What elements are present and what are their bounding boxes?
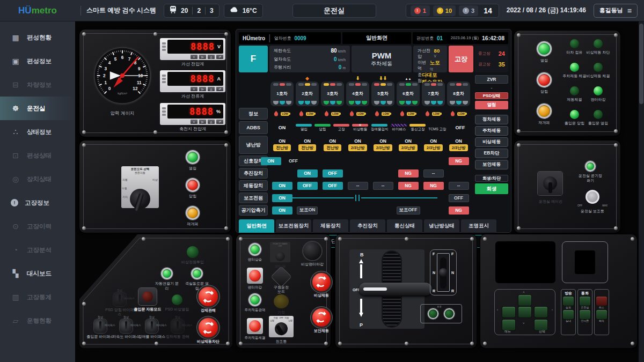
hvac-mode[interactable]: 2/3난방	[424, 144, 443, 151]
hamburger-icon[interactable]: ≡	[627, 6, 632, 15]
sidebar-item-0[interactable]: ▦편성현황	[0, 26, 75, 49]
emergency-brake-cut-estop[interactable]: 비상제동차단	[192, 318, 225, 344]
select-button[interactable]	[535, 320, 547, 330]
right-button-0[interactable]: 정차제동	[475, 115, 508, 124]
dpad-up-button[interactable]	[518, 295, 531, 306]
mode-knob[interactable]	[130, 189, 150, 209]
status-chip: --	[373, 182, 393, 190]
sidebar-item-2[interactable]: ⊟차량정보	[0, 73, 75, 97]
lowspeed-bypass-rotary[interactable]: 정상바이패스 저속도 바이패스	[112, 319, 141, 339]
signal-lamps: 전호	[420, 304, 462, 323]
comm-btn-0-1[interactable]	[563, 310, 574, 319]
sidebar-item-3[interactable]: ☸운전실	[0, 97, 75, 120]
alert-badge-minor[interactable]: ! 3	[459, 5, 478, 16]
rescue-mode-switch[interactable]: 구원운전 모드	[272, 270, 291, 294]
car-2[interactable]: ◆ 2호차	[295, 75, 320, 106]
master-controller[interactable]: B OFF P	[349, 249, 425, 329]
sidebar-item-9[interactable]: ◔고장분석	[0, 238, 75, 262]
dpad-left-button[interactable]	[502, 307, 515, 317]
car-1[interactable]: 1호차	[269, 75, 295, 106]
info-row: 정보LOWLOWLOWLOWLOWLOWLOWLOW	[239, 108, 473, 120]
wiper-switch[interactable]: PUSH TO WASH OFF 와이퍼	[269, 242, 291, 269]
horn-button[interactable]: 기적	[270, 294, 292, 315]
menu-button[interactable]	[502, 320, 515, 330]
tab-1[interactable]: 보조전원장치	[276, 219, 311, 233]
car-8[interactable]: 8호차	[446, 75, 471, 106]
door-small-light-7: 출입문 열림	[586, 110, 610, 125]
security-brake-estop[interactable]: 보안제동	[305, 308, 338, 333]
panto-up-button[interactable]: 팬터상승	[241, 243, 269, 262]
comm-btn-2-1[interactable]	[596, 310, 607, 319]
door-auto-mode-button[interactable]: 출입문 자동모드	[133, 288, 162, 312]
sidebar-item-1[interactable]: ▣편성정보	[0, 49, 75, 73]
meter-buttons[interactable]: ≡▷△⏎	[162, 87, 223, 91]
hvac-mode[interactable]: 2/3난방	[399, 144, 418, 151]
psd-close-bypass-rotary[interactable]: 정상바이패스 PSD 닫힘 바이패스	[105, 292, 134, 317]
dpad-center-button[interactable]	[518, 307, 531, 317]
tab-2[interactable]: 제동장치	[313, 219, 348, 233]
reverser-switch[interactable]: FNR FNR	[430, 249, 457, 295]
sidebar-item-8[interactable]: ⊙고장이력	[0, 215, 75, 238]
panto-down-button[interactable]: 팬터하강	[241, 268, 269, 290]
hvac-mode[interactable]: 2/3난방	[449, 144, 468, 151]
right-button-2[interactable]: 비상제동	[475, 137, 508, 147]
comm-btn-0-0[interactable]	[563, 297, 574, 306]
train-count-0: 20	[181, 7, 188, 14]
drive-mode-selector[interactable]: 운전모드 선택 완전자동 자동 수동 기지 비상	[121, 166, 159, 208]
alert-summary[interactable]: ! 1 ! 10 ! 314	[406, 4, 499, 18]
aux-light-dial[interactable]: OFFMAX 운전실 보조등	[577, 190, 608, 213]
hvac-mode[interactable]: 2/3난방	[348, 144, 367, 151]
aircon-knob[interactable]	[538, 172, 562, 195]
car-4[interactable]: ⬇ 4호차	[345, 75, 370, 106]
mode-selector-title: 운전모드 선택	[121, 167, 159, 171]
sidebar-item-5[interactable]: ⊡편성상태	[0, 144, 75, 167]
door-bypass-rotary[interactable]: 정상바이패스 출입문 바이패스	[86, 319, 115, 339]
sidebar-item-4[interactable]: ∴상태정보	[0, 120, 75, 144]
headlight-switch[interactable]: 하향 OFF 하향 상향상향 전조등	[266, 316, 296, 344]
comm-btn-2-0[interactable]	[596, 297, 607, 306]
tab-3[interactable]: 추진장치	[350, 219, 385, 233]
status-chip: ON	[272, 182, 292, 190]
sidebar-item-7[interactable]: !고장정보	[0, 191, 75, 215]
hvac-mode[interactable]: 전난방	[324, 144, 341, 151]
meter-buttons[interactable]: ≡▷△⏎	[162, 120, 223, 124]
train-icon: ⊟	[11, 80, 20, 89]
tab-6[interactable]: 조명표시	[461, 219, 496, 233]
user-menu[interactable]: 홍길동님 ≡	[594, 4, 638, 18]
emergency-brake-estop[interactable]: 비상제동	[305, 273, 338, 298]
force-release-estop[interactable]: 강제완해	[192, 287, 225, 313]
tab-0[interactable]: 일반화면	[239, 219, 274, 233]
alert-badge-warning[interactable]: ! 10	[433, 5, 456, 16]
hvac-mode[interactable]: 전난방	[273, 144, 291, 151]
status-chip: --	[348, 182, 368, 190]
sidebar-item-12[interactable]: ▱운행현황	[0, 309, 75, 333]
car-5[interactable]: ⬇⬇ 5호차	[370, 75, 396, 106]
sidebar-item-11[interactable]: ▥고장통계	[0, 285, 75, 309]
meter-buttons[interactable]: ≡▷△⏎	[162, 55, 223, 59]
comm-btn-1-1[interactable]	[580, 310, 590, 319]
right-button-3[interactable]: EB차단	[475, 149, 508, 158]
parking-apply-button[interactable]: 주차제동체결	[241, 318, 269, 340]
dpad-right-button[interactable]	[535, 307, 547, 317]
car-7[interactable]: 7호차	[421, 75, 446, 106]
sidebar-item-6[interactable]: ◎장치상태	[0, 167, 75, 191]
scrollbar[interactable]	[639, 21, 644, 362]
car-6[interactable]: ▲▲ 6호차	[396, 75, 421, 106]
scrollbar-thumb[interactable]	[639, 24, 643, 104]
hvac-mode[interactable]: 2/3난방	[374, 144, 392, 151]
right-button-4[interactable]: 보안제동	[475, 160, 508, 169]
obstacle-bypass-rotary[interactable]: 정상바이패스 장애물 바이패스	[137, 319, 166, 339]
comm-btn-1-0[interactable]	[580, 297, 590, 306]
parking-release-button[interactable]: 주차제동완해	[241, 293, 269, 312]
right-button-1[interactable]: 주차제동	[475, 126, 508, 136]
car-3[interactable]: 3호차	[320, 75, 345, 106]
sidebar-item-10[interactable]: ▚대시보드	[0, 262, 75, 285]
alert-badge-critical[interactable]: ! 1	[411, 5, 430, 16]
stop-brake-release-rotary[interactable]: 정상바이패스 정차제동 완해	[163, 319, 192, 339]
device-row-제동장치: 제동장치ONOFFOFF----NGNG--	[239, 180, 473, 191]
tab-4[interactable]: 통신상태	[387, 219, 422, 233]
hvac-mode[interactable]: 전난방	[298, 144, 316, 151]
tab-5[interactable]: 냉난방상태	[424, 219, 459, 233]
controller-handle[interactable]	[359, 283, 432, 295]
emergency-panto-down[interactable]: 비상팬터하강	[298, 242, 326, 267]
